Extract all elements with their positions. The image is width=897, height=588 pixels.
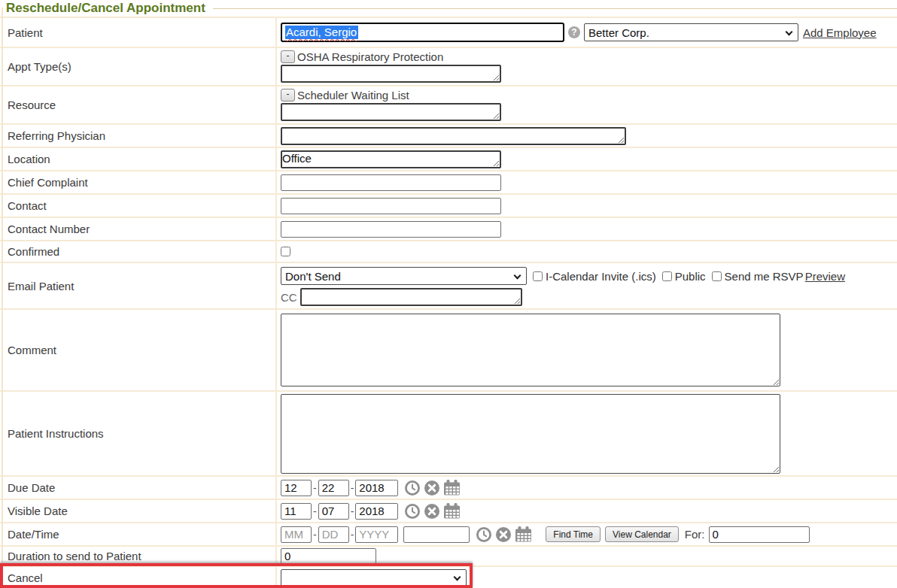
send-me-rsvp-label: Send me RSVP — [725, 270, 804, 283]
fieldset-left-border — [2, 8, 3, 588]
form-header: Reschedule/Cancel Appointment — [0, 0, 897, 17]
calendar-icon[interactable] — [443, 480, 461, 496]
calendar-icon[interactable] — [515, 526, 532, 542]
comment-input[interactable] — [281, 314, 780, 386]
visible-date-month-input[interactable] — [281, 503, 312, 520]
date-dash: - — [313, 482, 317, 494]
resource-label: Resource — [0, 86, 277, 123]
date-time-day-input[interactable] — [318, 526, 349, 543]
time-input[interactable] — [403, 526, 470, 543]
clock-icon[interactable] — [404, 503, 421, 520]
duration-input[interactable] — [281, 548, 376, 564]
date-time-label: Date/Time — [0, 523, 277, 545]
row-patient-instructions: Patient Instructions — [0, 390, 897, 475]
view-calendar-button[interactable]: View Calendar — [605, 526, 679, 542]
for-label: For: — [685, 528, 705, 541]
row-confirmed: Confirmed — [0, 240, 897, 262]
duration-label: Duration to send to Patient — [0, 547, 277, 565]
date-dash: - — [351, 529, 354, 541]
row-chief-complaint: Chief Complaint — [0, 170, 897, 193]
due-date-year-input[interactable] — [355, 480, 398, 496]
send-me-rsvp-checkbox[interactable] — [712, 271, 722, 281]
remove-appt-type-button[interactable]: - — [281, 50, 295, 63]
calendar-icon[interactable] — [443, 503, 461, 519]
appt-type-input[interactable] — [281, 65, 501, 83]
cc-input[interactable] — [300, 288, 522, 306]
contact-number-input[interactable] — [281, 221, 501, 238]
public-label: Public — [675, 270, 706, 283]
cancel-select[interactable] — [281, 569, 467, 586]
confirmed-checkbox[interactable] — [281, 247, 290, 256]
email-patient-label: Email Patient — [0, 263, 277, 308]
confirmed-label: Confirmed — [0, 241, 277, 262]
row-appt-type: Appt Type(s) - OSHA Respiratory Protecti… — [0, 47, 897, 85]
row-contact: Contact — [0, 193, 897, 217]
date-dash: - — [351, 482, 354, 494]
icalendar-invite-checkbox[interactable] — [533, 271, 543, 281]
row-visible-date: Visible Date - - — [0, 499, 897, 522]
date-dash: - — [313, 529, 317, 541]
chief-complaint-input[interactable] — [281, 174, 501, 191]
resource-input[interactable] — [281, 103, 501, 121]
cancel-label: Cancel — [0, 567, 277, 588]
patient-input[interactable]: Acardi, Sergio — [281, 23, 564, 42]
help-icon[interactable]: ? — [568, 26, 580, 38]
cc-label: CC — [281, 291, 297, 304]
date-time-month-input[interactable] — [281, 526, 312, 543]
contact-input[interactable] — [281, 198, 501, 214]
clear-icon[interactable] — [424, 503, 440, 520]
add-employee-link[interactable]: Add Employee — [803, 26, 877, 39]
clock-icon[interactable] — [476, 526, 492, 543]
row-resource: Resource - Scheduler Waiting List — [0, 85, 897, 123]
row-date-time: Date/Time - - Find Time View Calendar Fo… — [0, 522, 897, 545]
reschedule-cancel-form: Reschedule/Cancel Appointment Patient Ac… — [0, 0, 897, 588]
appt-type-label: Appt Type(s) — [0, 48, 277, 85]
due-date-day-input[interactable] — [318, 480, 349, 496]
row-patient: Patient Acardi, Sergio ? Better Corp. Ad… — [0, 17, 897, 47]
visible-date-label: Visible Date — [0, 500, 277, 522]
location-label: Location — [0, 148, 277, 170]
row-referring-physician: Referring Physician — [0, 123, 897, 147]
row-duration: Duration to send to Patient — [0, 545, 897, 565]
chevron-down-icon — [514, 272, 521, 280]
header-rule — [213, 8, 897, 9]
resource-selected-tag: Scheduler Waiting List — [297, 89, 409, 102]
public-checkbox[interactable] — [662, 271, 672, 281]
icalendar-invite-label: I-Calendar Invite (.ics) — [546, 270, 656, 283]
comment-label: Comment — [0, 310, 277, 390]
clear-icon[interactable] — [495, 526, 512, 543]
email-send-select[interactable]: Don't Send — [281, 267, 527, 285]
for-input[interactable] — [709, 526, 810, 543]
chevron-down-icon — [454, 573, 461, 580]
page-title: Reschedule/Cancel Appointment — [6, 1, 205, 16]
clear-icon[interactable] — [424, 480, 440, 496]
patient-instructions-input[interactable] — [281, 394, 780, 474]
visible-date-year-input[interactable] — [355, 503, 398, 520]
due-date-month-input[interactable] — [281, 480, 312, 496]
patient-selected-text: Acardi, Sergio — [285, 26, 358, 39]
patient-instructions-label: Patient Instructions — [0, 392, 277, 475]
company-select[interactable]: Better Corp. — [584, 23, 798, 41]
contact-number-label: Contact Number — [0, 218, 277, 240]
preview-link[interactable]: Preview — [805, 270, 845, 283]
visible-date-day-input[interactable] — [318, 503, 349, 520]
referring-physician-input[interactable] — [281, 127, 626, 145]
contact-label: Contact — [0, 195, 277, 217]
date-dash: - — [313, 505, 317, 517]
row-email-patient: Email Patient Don't Send I-Calendar Invi… — [0, 262, 897, 308]
chevron-down-icon — [786, 29, 793, 36]
row-location: Location Office — [0, 147, 897, 170]
company-selected-value: Better Corp. — [588, 26, 649, 39]
date-dash: - — [351, 505, 354, 517]
appt-type-selected-tag: OSHA Respiratory Protection — [297, 50, 443, 63]
clock-icon[interactable] — [404, 480, 421, 496]
chief-complaint-label: Chief Complaint — [0, 171, 277, 193]
date-time-year-input[interactable] — [355, 526, 398, 543]
due-date-label: Due Date — [0, 477, 277, 499]
location-input[interactable]: Office — [281, 150, 501, 168]
email-send-selected-value: Don't Send — [285, 270, 341, 283]
referring-physician-label: Referring Physician — [0, 125, 277, 147]
find-time-button[interactable]: Find Time — [546, 526, 601, 542]
remove-resource-button[interactable]: - — [281, 89, 295, 102]
patient-label: Patient — [0, 18, 277, 47]
